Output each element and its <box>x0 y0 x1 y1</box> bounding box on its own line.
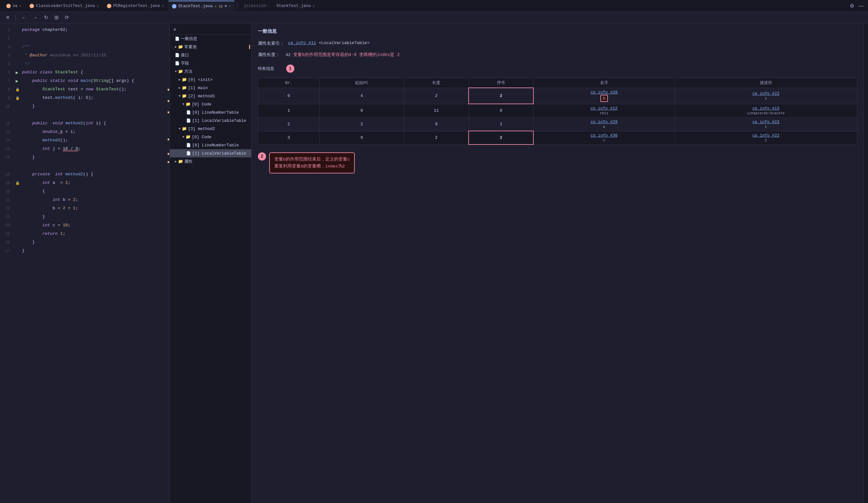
attr-name-desc: <LocalVariableTable> <box>319 41 370 45</box>
tree-item-init[interactable]: ▶ 📁 [0] <init> <box>170 76 251 84</box>
code-line-23: } <box>22 213 165 221</box>
cp-link-2-desc[interactable]: cp_info #22 <box>752 120 779 124</box>
tree-item-method1[interactable]: ▼ 📁 [2] method1 <box>170 92 251 100</box>
tree-label-general: 一般信息 <box>181 36 197 42</box>
folder-icon-method2: 📁 <box>182 126 187 131</box>
ln-13: 13 <box>0 128 10 136</box>
cp-link-1-desc[interactable]: cp_info #13 <box>752 106 779 111</box>
close-tab-classloader[interactable]: ✕ <box>96 4 99 8</box>
tree-item-method1-lnt[interactable]: 📄 [0] LineNumberTable <box>170 108 251 117</box>
info-title: 一般信息 <box>258 28 857 34</box>
cell-0-name: cp_info #28 b <box>534 88 674 104</box>
tab-va[interactable]: va ✕ <box>2 1 25 11</box>
close-button[interactable]: ✕ <box>4 14 12 21</box>
ln-5: 5 <box>0 60 10 68</box>
g24 <box>13 221 22 230</box>
tab-warning-stacktest: ⚠ 11 <box>215 4 223 8</box>
tab-bar: va ✕ ClassLoaderInitTest.java ✕ PCRegist… <box>0 0 868 12</box>
tab-stacktest[interactable]: StackTest.java ⚠ 11 ▼ ✕ <box>168 1 235 11</box>
cell-1-name: cp_info #12 this <box>534 104 674 118</box>
code-line-26: } <box>22 238 165 247</box>
code-area[interactable]: 1 2 3 4 5 6 7 8 9 10 12 13 14 15 16 18 1… <box>0 23 169 503</box>
cp-link-0-desc[interactable]: cp_info #22 <box>752 91 779 96</box>
g3 <box>13 43 22 51</box>
tree-item-general[interactable]: 📄 一般信息 <box>170 34 251 43</box>
tree-item-attributes[interactable]: ▶ 📁 属性 <box>170 158 251 165</box>
tree-item-method2-lvt[interactable]: 📄 [1] LocalVariableTable <box>170 149 251 158</box>
th-name: 名字 <box>534 78 674 88</box>
close-tab-jclasslib[interactable]: ✕ <box>313 4 315 8</box>
chevron-method2-code: ▼ <box>183 135 184 139</box>
tree-item-field[interactable]: 📄 字段 <box>170 59 251 67</box>
g22 <box>13 204 22 213</box>
var-name-1: this <box>600 111 608 115</box>
file-icon-method2-lvt: 📄 <box>186 151 191 156</box>
tree-item-interface[interactable]: 📄 接口 <box>170 51 251 59</box>
tree-item-method1-code[interactable]: ▼ 📁 [0] Code <box>170 100 251 108</box>
run-arrow-7[interactable]: ▶ <box>16 78 18 84</box>
tree-item-methods[interactable]: ▼ 📁 方法 <box>170 67 251 76</box>
tab-pcregister[interactable]: PCRegisterTest.java ✕ <box>103 1 168 11</box>
tree-item-method2-lnt[interactable]: 📄 [0] LineNumberTable <box>170 141 251 149</box>
code-line-3: /** <box>22 43 165 51</box>
tree-label-constant-pool: 常量池 <box>184 44 197 50</box>
code-line-4: * @author wuxinhua on 2021/11/25. <box>22 51 165 60</box>
table-header-row: Nr. 起始PC 长度 序号 名字 描述符 <box>258 78 857 88</box>
lock-19: 🔒 <box>16 181 20 185</box>
layout-button[interactable]: ⊞ <box>52 14 60 21</box>
tree-label-interface: 接口 <box>181 52 189 58</box>
code-line-12: public void method1(int i) { <box>22 119 165 128</box>
code-line-21: int b = 2; <box>22 196 165 204</box>
file-tree: ✕ 📄 一般信息 ▶ 📁 常量池 📄 接口 📄 字段 ▼ 📁 方法 ▶ 📁 <box>170 23 251 503</box>
g16 <box>13 153 22 162</box>
attr-name-cp-link[interactable]: cp_info #11 <box>288 41 316 45</box>
cp-link-3-desc[interactable]: cp_info #22 <box>752 133 779 138</box>
tree-item-method2-code[interactable]: ▼ 📁 [0] Code <box>170 133 251 141</box>
tree-close-button[interactable]: ✕ <box>172 27 177 33</box>
code-line-20: { <box>22 187 165 196</box>
refresh-button[interactable]: ↻ <box>42 14 50 21</box>
desc-sub-3: I <box>765 139 767 142</box>
special-info-row: 特有信息 1 <box>258 64 857 73</box>
settings-button[interactable]: ⚙ <box>848 2 856 9</box>
g12 <box>13 119 22 128</box>
tree-item-method1-lvt[interactable]: 📄 [1] LocalVariableTable <box>170 117 251 125</box>
close-tab-pcregister[interactable]: ✕ <box>162 4 164 8</box>
cell-0-nr: 0 <box>258 88 320 104</box>
folder-icon-main: 📁 <box>182 85 187 90</box>
ln-22: 22 <box>0 204 10 213</box>
sync-button[interactable]: ⟳ <box>63 14 71 21</box>
cp-link-3-name[interactable]: cp_info #30 <box>591 133 618 138</box>
cp-link-2-name[interactable]: cp_info #29 <box>591 120 618 124</box>
expand-icon[interactable]: ▼ <box>225 4 227 8</box>
right-sidebar[interactable] <box>864 23 868 503</box>
ln-2: 2 <box>0 34 10 43</box>
forward-button[interactable]: → <box>31 14 40 21</box>
tree-item-main[interactable]: ▶ 📁 [1] main <box>170 84 251 92</box>
ln-25: 25 <box>0 230 10 238</box>
back-button[interactable]: ← <box>20 14 28 21</box>
code-content[interactable]: package chapter02; /** * @author wuxinhu… <box>22 26 168 501</box>
local-variable-table-container: Nr. 起始PC 长度 序号 名字 描述符 0 4 2 2 <box>258 78 857 145</box>
ln-23: 23 <box>0 213 10 221</box>
var-name-3: c <box>603 139 606 142</box>
g25 <box>13 230 22 238</box>
cp-link-1-name[interactable]: cp_info #12 <box>591 106 618 111</box>
toolbar-sep-1 <box>16 14 16 21</box>
callout-bubble-1: 1 <box>286 64 294 73</box>
cell-2-nr: 2 <box>258 118 320 131</box>
th-nr: Nr. <box>258 78 320 88</box>
close-tab-stacktest[interactable]: ✕ <box>229 4 231 8</box>
scroll-mark-6 <box>168 161 169 163</box>
close-tab-va[interactable]: ✕ <box>20 4 22 8</box>
folder-icon-init: 📁 <box>182 77 187 82</box>
tree-item-constant-pool[interactable]: ▶ 📁 常量池 <box>170 43 251 51</box>
tree-item-method2[interactable]: ▼ 📁 [3] method2 <box>170 125 251 133</box>
cell-0-index: 2 <box>468 88 534 104</box>
cp-link-0-name[interactable]: cp_info #28 <box>591 90 618 95</box>
minimize-button[interactable]: — <box>857 2 866 9</box>
tab-jclasslib-file[interactable]: StackTest.java ✕ <box>273 1 319 11</box>
file-icon-general: 📄 <box>175 37 179 41</box>
run-arrow-6[interactable]: ▶ <box>16 70 18 75</box>
tab-classloader[interactable]: ClassLoaderInitTest.java ✕ <box>26 1 103 11</box>
